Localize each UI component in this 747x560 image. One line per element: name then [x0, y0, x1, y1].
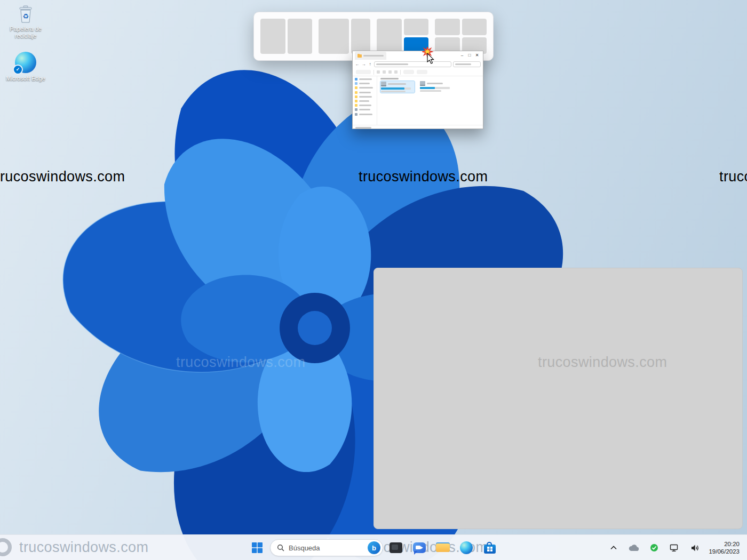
task-view-button[interactable] [385, 537, 407, 558]
onedrive-cloud-icon [629, 544, 639, 551]
nav-item[interactable] [355, 86, 375, 89]
desktop-icon-label: Papelera de reciclaje [4, 26, 47, 39]
chevron-up-icon [610, 545, 617, 551]
clock-date: 19/06/2023 [709, 548, 740, 555]
drive-icon [381, 82, 386, 86]
close-icon[interactable]: ✕ [473, 52, 481, 59]
store-button[interactable] [479, 537, 500, 558]
speaker-icon [690, 544, 700, 552]
sort-button[interactable] [403, 70, 414, 74]
desktop-icon-column: ♻ Papelera de reciclaje ✓ Microsoft Edge [4, 5, 47, 95]
chat-icon [413, 542, 426, 553]
volume-button[interactable] [686, 538, 703, 557]
snap-cell[interactable] [435, 19, 460, 35]
svg-text:♻: ♻ [22, 12, 29, 20]
watermark-text: trucoswindows.com [19, 539, 148, 556]
edge-icon: ✓ [15, 52, 36, 73]
network-button[interactable] [666, 538, 683, 557]
desktop-icon-edge[interactable]: ✓ Microsoft Edge [4, 52, 47, 82]
new-button[interactable] [356, 70, 371, 74]
explorer-status-bar [353, 125, 483, 130]
windows-flag-icon [487, 547, 492, 551]
snap-cell[interactable] [462, 19, 487, 35]
clock-time: 20:20 [709, 540, 740, 548]
nav-item[interactable] [355, 113, 375, 116]
recycle-bin-icon: ♻ [16, 5, 35, 23]
explorer-titlebar[interactable]: – □ ✕ [353, 51, 483, 60]
nav-item[interactable] [355, 95, 375, 98]
windows-logo-icon [251, 542, 263, 554]
cut-icon[interactable] [377, 70, 380, 74]
check-badge-icon: ✓ [13, 65, 23, 75]
explorer-search-box[interactable] [453, 61, 481, 67]
snap-cell[interactable] [377, 19, 402, 54]
desktop-icon-recycle-bin[interactable]: ♻ Papelera de reciclaje [4, 5, 47, 39]
folder-icon [357, 54, 362, 58]
edge-icon [460, 541, 473, 554]
explorer-content [377, 76, 483, 125]
minimize-icon[interactable]: – [458, 52, 466, 59]
snap-cell[interactable] [319, 19, 349, 54]
desktop: trucoswindows.com trucoswindows.com truc… [0, 0, 747, 560]
explorer-command-bar [353, 68, 483, 76]
snap-cell[interactable] [404, 19, 429, 35]
snap-layout-wide-left [319, 19, 370, 54]
up-icon[interactable]: ↑ [368, 62, 372, 67]
snap-layout-left-plus-stacked [377, 19, 428, 54]
nav-item[interactable] [355, 104, 375, 107]
snap-cell[interactable] [351, 19, 370, 54]
search-input[interactable]: Búsqueda b [270, 539, 383, 556]
store-icon [484, 545, 496, 554]
task-view-icon [390, 542, 402, 553]
drive-item[interactable] [420, 81, 453, 93]
copy-icon[interactable] [383, 70, 386, 74]
snap-layout-halves [260, 19, 312, 54]
nav-item[interactable] [355, 78, 375, 81]
snap-cell[interactable] [260, 19, 285, 54]
search-placeholder: Búsqueda [289, 544, 363, 552]
maximize-icon[interactable]: □ [466, 52, 473, 59]
network-ethernet-icon [670, 544, 679, 552]
bing-icon[interactable]: b [368, 541, 380, 554]
snap-layout-quarters [435, 19, 487, 54]
watermark-logo [0, 538, 12, 556]
drive-icon [420, 81, 425, 86]
nav-item[interactable] [355, 91, 375, 94]
delete-icon[interactable] [394, 70, 398, 74]
security-button[interactable] [646, 538, 663, 557]
security-check-icon [650, 543, 658, 552]
explorer-window: – □ ✕ ← → ↑ [352, 51, 483, 129]
edge-button[interactable] [456, 537, 477, 558]
chat-button[interactable] [409, 537, 430, 558]
drive-item[interactable] [380, 81, 415, 93]
file-explorer-icon [436, 542, 450, 553]
explorer-tab[interactable] [355, 52, 386, 60]
desktop-icon-label: Microsoft Edge [6, 75, 45, 82]
nav-item[interactable] [355, 100, 375, 102]
search-icon [277, 544, 284, 551]
nav-item[interactable] [355, 82, 375, 85]
explorer-nav-pane [353, 76, 377, 125]
clock[interactable]: 20:20 19/06/2023 [706, 539, 742, 557]
start-button[interactable] [247, 537, 268, 558]
view-button[interactable] [417, 70, 427, 74]
forward-icon[interactable]: → [361, 62, 366, 67]
show-hidden-icons-button[interactable] [605, 538, 622, 557]
file-explorer-button[interactable] [432, 537, 454, 558]
tab-title-skeleton [363, 55, 384, 57]
snap-preview-zone [374, 268, 743, 529]
explorer-address-row: ← → ↑ [353, 60, 483, 68]
onedrive-button[interactable] [625, 538, 642, 557]
taskbar: trucoswindows.com trucoswindows.com Búsq… [0, 534, 747, 560]
nav-item[interactable] [355, 108, 375, 111]
back-icon[interactable]: ← [355, 62, 360, 67]
snap-cell[interactable] [288, 19, 313, 54]
address-bar[interactable] [374, 61, 451, 67]
rename-icon[interactable] [388, 70, 392, 74]
